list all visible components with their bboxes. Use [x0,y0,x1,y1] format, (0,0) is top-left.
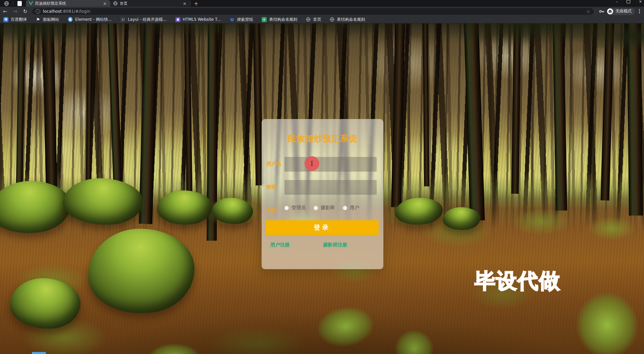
login-button[interactable]: 登录 [266,220,379,235]
radio-icon[interactable] [314,206,318,210]
password-key-icon[interactable] [599,9,605,13]
tab-title: 民族婚纱预定系统 [35,1,100,6]
window-controls: – × [616,0,642,4]
restore-button[interactable] [627,0,630,3]
minimize-button[interactable]: – [616,0,618,3]
element-icon [68,17,73,22]
layui-icon: Li [120,17,125,22]
bookmarks-bar: 译 百度翻译 ⚑ 图标网站 Element - 网站快... Li Layui … [0,16,644,23]
tab-active-login-system[interactable]: 民族婚纱预定系统 × [26,0,110,7]
bookmark-html5-template[interactable]: HTML5 Website T... [175,17,221,22]
role-option-photographer[interactable]: 摄影师 [314,205,335,211]
bookmark-table-naming-2[interactable]: 表结构命名规则 [330,17,365,22]
video-progress-fragment [32,352,46,354]
password-input[interactable] [284,180,377,195]
text-cursor-icon: I [311,160,313,168]
url-text[interactable]: localhost:8081/#/login [43,9,586,14]
browser-toolbar: ← → ↻ i localhost:8081/#/login ☆ 无痕模式 [0,7,644,16]
bookmark-home[interactable]: 首页 [306,17,321,22]
flag-icon: ⚑ [36,17,41,22]
bookmark-table-naming[interactable]: 表结构命名规则 [262,17,297,22]
radio-icon[interactable] [284,206,289,210]
watermark-text: 毕设代做 [475,267,560,295]
bookmark-star-icon[interactable]: ☆ [586,9,590,14]
role-option-admin[interactable]: 管理员 [284,205,306,211]
refresh-button[interactable]: ↻ [20,8,30,14]
photographer-register-link[interactable]: 摄影师注册 [323,242,347,248]
close-button[interactable]: × [639,0,642,3]
password-label: 密码 [266,184,276,190]
forward-button[interactable]: → [10,8,20,14]
url-path: :8081/#/login [62,9,90,14]
tab-strip: 民族婚纱预定系统 × 首页 × + – × [0,0,644,7]
role-radio-group: 管理员 摄影师 用户 [284,205,359,211]
bookmark-wallpaper[interactable]: U 搜索壁纸 [229,17,253,22]
address-bar[interactable]: i localhost:8081/#/login ☆ [32,8,594,15]
tab-close-icon[interactable]: × [102,1,108,6]
role-option-user[interactable]: 用户 [343,205,359,211]
wallpaper-icon: U [229,17,234,22]
baidu-translate-icon: 译 [3,17,8,22]
tab-close-icon[interactable]: × [182,1,187,6]
radio-icon[interactable] [343,206,347,210]
html5-template-icon [175,17,180,22]
incognito-icon [607,8,613,14]
bookmark-baidu-translate[interactable]: 译 百度翻译 [3,17,27,22]
vue-icon [29,1,33,5]
globe-icon [4,1,9,6]
user-register-link[interactable]: 用户注册 [270,242,290,248]
webpage-viewport: 民族婚纱预定系统 用户名 密码 角色 管理员 摄影师 用户 登 [0,23,644,354]
login-title: 民族婚纱预定系统 [262,133,383,144]
click-highlight: I [305,156,319,171]
globe-icon [330,17,334,22]
site-info-icon[interactable]: i [36,9,40,14]
blank-page-icon [17,1,22,6]
role-label: 角色 [266,207,276,213]
browser-menu-icon[interactable] [638,9,644,14]
incognito-label: 无痕模式 [615,8,632,14]
tab-title: 首页 [120,1,180,6]
back-button[interactable]: ← [0,8,10,14]
globe-icon [306,17,311,22]
bookmark-layui[interactable]: Li Layui - 经典开源模... [120,17,166,22]
bookmark-element[interactable]: Element - 网站快... [68,17,112,22]
username-label: 用户名 [266,161,281,167]
new-tab-button[interactable]: + [191,0,202,7]
login-card: 民族婚纱预定系统 用户名 密码 角色 管理员 摄影师 用户 登 [262,119,383,269]
browser-window: 民族婚纱预定系统 × 首页 × + – × ← → ↻ i localhost:… [0,0,644,354]
table-icon [262,17,267,22]
bookmark-icon-site[interactable]: ⚑ 图标网站 [36,17,59,22]
username-input[interactable] [284,157,377,172]
tab-home[interactable]: 首页 × [110,0,190,7]
tab-pinned-blank[interactable] [13,0,26,7]
tab-pinned-globe[interactable] [0,0,13,7]
globe-icon [113,1,118,6]
incognito-badge: 无痕模式 [607,8,635,15]
url-host: localhost [43,9,62,14]
